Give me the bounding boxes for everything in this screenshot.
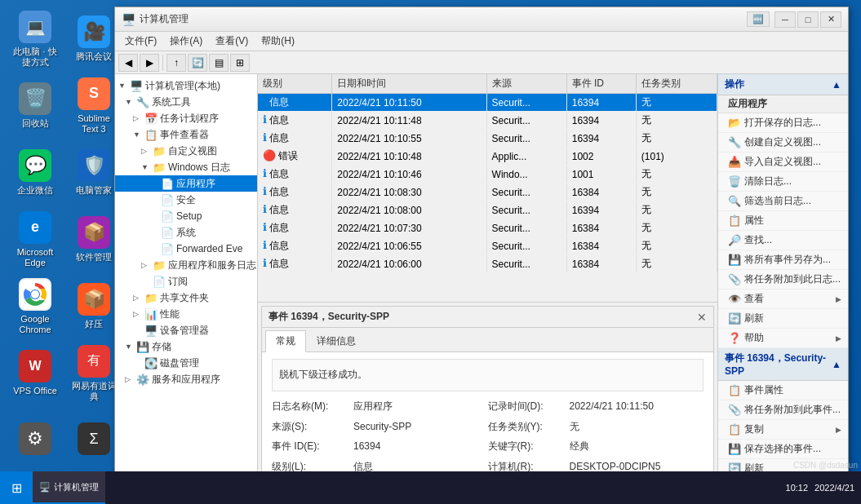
tree-root[interactable]: ▼ 🖥️ 计算机管理(本地) [115, 77, 257, 94]
tree-shared-folders[interactable]: ▷ 📁 共享文件夹 [115, 290, 257, 306]
cell-eventid: 16394 [566, 94, 636, 112]
tree-system[interactable]: 📄 系统 [115, 224, 257, 241]
table-row[interactable]: ℹ 信息 2022/4/21 10:10:46 Windo... 1001 无 [258, 166, 717, 183]
action-attach-task-event[interactable]: 📎 将任务附加到此事件... [718, 400, 848, 420]
tree-storage[interactable]: ▼ 💾 存储 [115, 338, 257, 355]
action-filter-log[interactable]: 🔍 筛选当前日志... [718, 192, 848, 211]
col-category[interactable]: 任务类别 [636, 74, 717, 94]
table-row[interactable]: ℹ 信息 2022/4/21 10:06:55 Securit... 16384… [258, 237, 717, 255]
action-view[interactable]: 👁️ 查看 [718, 290, 848, 309]
collapse2-icon: ▲ [832, 359, 841, 370]
table-row[interactable]: ℹ 信息 2022/4/21 10:11:48 Securit... 16394… [258, 112, 717, 130]
tree-subscriptions[interactable]: 📄 订阅 [115, 273, 257, 290]
menu-file[interactable]: 文件(F) [118, 33, 163, 50]
forward-button[interactable]: ▶ [140, 54, 159, 72]
cell-source: Windo... [486, 166, 566, 183]
info-icon: ℹ [263, 95, 267, 108]
table-row[interactable]: ℹ 信息 2022/4/21 10:10:55 Securit... 16394… [258, 130, 717, 148]
tree-performance[interactable]: ▷ 📊 性能 [115, 306, 257, 322]
desktop-icon-chrome[interactable]: GoogleChrome [7, 274, 64, 339]
table-row[interactable]: ℹ 信息 2022/4/21 10:08:00 Securit... 16394… [258, 201, 717, 219]
action-create-custom-view[interactable]: 🔧 创建自定义视图... [718, 133, 848, 153]
col-eventid[interactable]: 事件 ID [566, 74, 636, 94]
up-button[interactable]: ↑ [166, 54, 186, 72]
view-button[interactable]: ⊞ [230, 54, 250, 72]
start-button[interactable]: ⊞ [0, 471, 33, 504]
taskbar-window[interactable]: 🖥️ 计算机管理 [33, 471, 105, 504]
detail-title-bar: 事件 16394，Security-SPP ✕ [262, 307, 713, 328]
menu-view[interactable]: 查看(V) [209, 33, 255, 50]
desktop-icon-vps[interactable]: W VPS Office [7, 341, 64, 406]
action-save-selected[interactable]: 💾 保存选择的事件... [718, 440, 848, 459]
tab-details[interactable]: 详细信息 [306, 330, 366, 351]
detail-row-logged: 记录时间(D): 2022/4/21 10:11:50 [488, 398, 704, 416]
desktop-icon-weixin[interactable]: 💬 企业微信 [7, 140, 64, 206]
properties-label: 属性 [744, 214, 764, 228]
cell-category: 无 [636, 201, 717, 219]
back-button[interactable]: ◀ [118, 54, 138, 72]
menu-action[interactable]: 操作(A) [163, 33, 209, 50]
action-save-all[interactable]: 💾 将所有事件另存为... [718, 250, 848, 270]
tree-custom-views[interactable]: ▷ 📁 自定义视图 [115, 143, 257, 159]
table-row[interactable]: 🔴 错误 2022/4/21 10:10:48 Applic... 1002 (… [258, 148, 717, 166]
tree-forwarded[interactable]: 📄 Forwarded Eve [115, 241, 257, 257]
col-datetime[interactable]: 日期和时间 [332, 74, 486, 94]
taskbar: ⊞ 🖥️ 计算机管理 10:12 2022/4/21 [0, 471, 861, 504]
detail-tabs: 常规 详细信息 [262, 328, 713, 352]
action-event-props[interactable]: 📋 事件属性 [718, 381, 848, 400]
tree-application[interactable]: 📄 应用程序 [115, 175, 257, 192]
tree-setup[interactable]: 📄 Setup [115, 208, 257, 224]
tree-disk-mgmt[interactable]: 💽 磁盘管理 [115, 355, 257, 371]
action-help-s1[interactable]: ❓ 帮助 [718, 329, 848, 348]
root-icon: 🖥️ [130, 80, 143, 92]
col-source[interactable]: 来源 [486, 74, 566, 94]
cell-source: Applic... [486, 148, 566, 166]
tree-windows-log[interactable]: ▼ 📁 Windows 日志 [115, 159, 257, 175]
action-properties[interactable]: 📋 属性 [718, 211, 848, 231]
table-row[interactable]: ℹ 信息 2022/4/21 10:11:50 Securit... 16394… [258, 94, 717, 112]
setup-icon: 📄 [161, 210, 174, 223]
detail-close-button[interactable]: ✕ [697, 311, 707, 324]
save-all-label: 将所有事件另存为... [744, 253, 831, 267]
desktop-icon-misc1[interactable]: ⚙ [7, 408, 64, 473]
desktop-icon-recycle[interactable]: 🗑️ 回收站 [7, 73, 64, 139]
tree-task-scheduler[interactable]: ▷ 📅 任务计划程序 [115, 110, 257, 126]
import-view-label: 导入自定义视图... [744, 155, 821, 169]
misc1-icon: ⚙ [19, 422, 51, 455]
show-hide-button[interactable]: ▤ [209, 54, 229, 72]
task-label: 任务类别(Y): [488, 418, 570, 436]
tree-device-mgr[interactable]: 🖥️ 设备管理器 [115, 322, 257, 338]
pcmaster-icon: 🛡️ [78, 149, 110, 182]
menu-help[interactable]: 帮助(H) [255, 33, 301, 50]
sva-icon: ⚙️ [136, 374, 149, 386]
tab-general[interactable]: 常规 [265, 330, 306, 352]
detail-col-left: 日志名称(M): 应用程序 来源(S): Security-SPP 事件 ID(… [272, 398, 488, 475]
action-find[interactable]: 🔎 查找... [718, 231, 848, 250]
tree-system-tools[interactable]: ▼ 🔧 系统工具 [115, 94, 257, 110]
pc-icon-label: 此电脑 · 快 捷方式 [10, 46, 60, 68]
col-level[interactable]: 级别 [258, 74, 332, 94]
table-row[interactable]: ℹ 信息 2022/4/21 10:07:30 Securit... 16384… [258, 219, 717, 237]
refresh-button[interactable]: 🔄 [188, 54, 207, 72]
action-copy[interactable]: 📋 复制 [718, 420, 848, 440]
close-button[interactable]: ✕ [820, 11, 841, 28]
attach-task-event-icon: 📎 [728, 404, 741, 416]
desktop-icon-pc[interactable]: 💻 此电脑 · 快 捷方式 [7, 7, 64, 72]
desktop-icon-edge[interactable]: e MicrosoftEdge [7, 207, 64, 272]
action-import-custom-view[interactable]: 📥 导入自定义视图... [718, 153, 848, 172]
tree-app-services[interactable]: ▷ 📁 应用程序和服务日志 [115, 257, 257, 273]
tree-security[interactable]: 📄 安全 [115, 192, 257, 208]
minimize-button[interactable]: ─ [774, 11, 796, 28]
info-icon: ℹ [263, 113, 267, 126]
action-attach-task[interactable]: 📎 将任务附加到此日志... [718, 270, 848, 290]
action-clear-log[interactable]: 🗑️ 清除日志... [718, 172, 848, 192]
maximize-button[interactable]: □ [797, 11, 819, 28]
table-row[interactable]: ℹ 信息 2022/4/21 10:06:00 Securit... 16384… [258, 255, 717, 273]
table-row[interactable]: ℹ 信息 2022/4/21 10:08:30 Securit... 16384… [258, 183, 717, 201]
action-open-saved-log[interactable]: 📂 打开保存的日志... [718, 113, 848, 133]
action-refresh-s1[interactable]: 🔄 刷新 [718, 309, 848, 329]
youdao-icon-label: 网易有道词典 [69, 381, 119, 402]
tree-event-viewer[interactable]: ▼ 📋 事件查看器 [115, 126, 257, 143]
info-icon: ℹ [263, 221, 267, 233]
tree-services-apps[interactable]: ▷ ⚙️ 服务和应用程序 [115, 371, 257, 387]
